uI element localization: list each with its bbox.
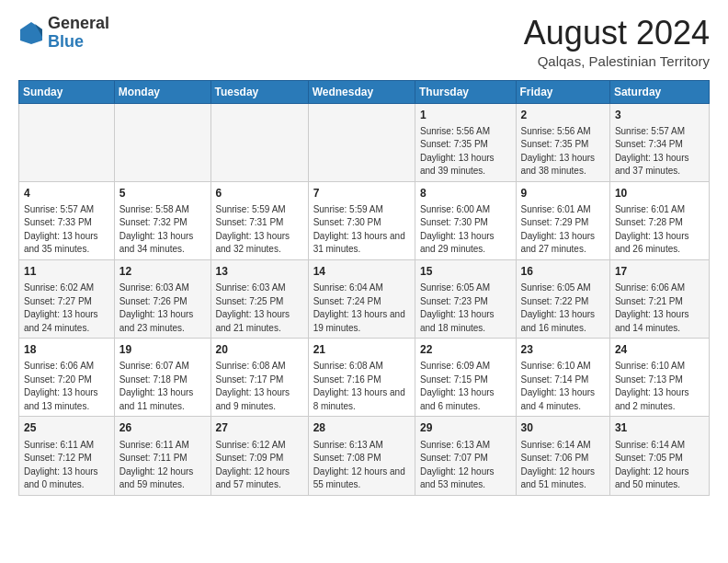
day-info: Sunrise: 5:57 AM Sunset: 7:33 PM Dayligh… xyxy=(24,204,98,255)
calendar-day-cell: 15Sunrise: 6:05 AM Sunset: 7:23 PM Dayli… xyxy=(415,259,516,338)
calendar-day-cell xyxy=(308,103,415,181)
day-number: 15 xyxy=(420,264,511,279)
day-info: Sunrise: 6:11 AM Sunset: 7:11 PM Dayligh… xyxy=(119,440,194,490)
page-header: General Blue August 2024 Qalqas, Palesti… xyxy=(18,15,710,69)
day-info: Sunrise: 6:13 AM Sunset: 7:07 PM Dayligh… xyxy=(420,440,495,490)
weekday-header-saturday: Saturday xyxy=(609,80,709,103)
calendar-day-cell: 14Sunrise: 6:04 AM Sunset: 7:24 PM Dayli… xyxy=(308,259,415,338)
day-info: Sunrise: 5:56 AM Sunset: 7:35 PM Dayligh… xyxy=(420,126,495,177)
calendar-week-row: 18Sunrise: 6:06 AM Sunset: 7:20 PM Dayli… xyxy=(19,339,710,417)
calendar-day-cell: 22Sunrise: 6:09 AM Sunset: 7:15 PM Dayli… xyxy=(415,339,516,417)
calendar-day-cell: 26Sunrise: 6:11 AM Sunset: 7:11 PM Dayli… xyxy=(114,417,210,495)
day-number: 2 xyxy=(521,108,605,122)
location-subtitle: Qalqas, Palestinian Territory xyxy=(524,53,710,69)
day-info: Sunrise: 5:57 AM Sunset: 7:34 PM Dayligh… xyxy=(615,126,689,177)
calendar-day-cell: 29Sunrise: 6:13 AM Sunset: 7:07 PM Dayli… xyxy=(415,417,516,495)
day-number: 22 xyxy=(420,342,511,357)
calendar-day-cell: 25Sunrise: 6:11 AM Sunset: 7:12 PM Dayli… xyxy=(19,417,115,495)
day-number: 13 xyxy=(216,264,303,279)
day-info: Sunrise: 6:10 AM Sunset: 7:14 PM Dayligh… xyxy=(521,361,596,411)
day-info: Sunrise: 5:58 AM Sunset: 7:32 PM Dayligh… xyxy=(119,204,194,255)
calendar-day-cell: 4Sunrise: 5:57 AM Sunset: 7:33 PM Daylig… xyxy=(19,181,115,259)
calendar-week-row: 1Sunrise: 5:56 AM Sunset: 7:35 PM Daylig… xyxy=(19,103,710,181)
calendar-day-cell: 8Sunrise: 6:00 AM Sunset: 7:30 PM Daylig… xyxy=(415,181,516,259)
day-info: Sunrise: 6:05 AM Sunset: 7:22 PM Dayligh… xyxy=(521,282,596,333)
day-number: 31 xyxy=(615,420,704,435)
weekday-header-row: SundayMondayTuesdayWednesdayThursdayFrid… xyxy=(19,80,710,103)
day-number: 20 xyxy=(216,342,303,357)
day-number: 11 xyxy=(24,264,109,279)
day-number: 5 xyxy=(119,186,206,201)
calendar-day-cell: 28Sunrise: 6:13 AM Sunset: 7:08 PM Dayli… xyxy=(308,417,415,495)
day-number: 24 xyxy=(615,342,704,357)
day-number: 14 xyxy=(313,264,410,279)
day-number: 26 xyxy=(119,420,206,435)
logo: General Blue xyxy=(18,15,109,52)
day-number: 28 xyxy=(313,420,410,435)
calendar-day-cell: 11Sunrise: 6:02 AM Sunset: 7:27 PM Dayli… xyxy=(19,259,115,338)
calendar-day-cell: 27Sunrise: 6:12 AM Sunset: 7:09 PM Dayli… xyxy=(210,417,308,495)
day-number: 9 xyxy=(521,186,605,201)
calendar-week-row: 4Sunrise: 5:57 AM Sunset: 7:33 PM Daylig… xyxy=(19,181,710,259)
day-number: 21 xyxy=(313,342,410,357)
day-number: 7 xyxy=(313,186,410,201)
calendar-day-cell: 9Sunrise: 6:01 AM Sunset: 7:29 PM Daylig… xyxy=(516,181,609,259)
day-info: Sunrise: 6:14 AM Sunset: 7:06 PM Dayligh… xyxy=(521,440,596,490)
day-info: Sunrise: 6:00 AM Sunset: 7:30 PM Dayligh… xyxy=(420,204,495,255)
calendar-day-cell: 23Sunrise: 6:10 AM Sunset: 7:14 PM Dayli… xyxy=(516,339,609,417)
calendar-table: SundayMondayTuesdayWednesdayThursdayFrid… xyxy=(18,80,710,496)
calendar-day-cell: 21Sunrise: 6:08 AM Sunset: 7:16 PM Dayli… xyxy=(308,339,415,417)
day-number: 16 xyxy=(521,264,605,279)
day-info: Sunrise: 6:03 AM Sunset: 7:25 PM Dayligh… xyxy=(216,282,290,333)
day-info: Sunrise: 6:01 AM Sunset: 7:29 PM Dayligh… xyxy=(521,204,596,255)
day-info: Sunrise: 6:08 AM Sunset: 7:16 PM Dayligh… xyxy=(313,361,405,411)
day-number: 4 xyxy=(24,186,109,201)
calendar-week-row: 25Sunrise: 6:11 AM Sunset: 7:12 PM Dayli… xyxy=(19,417,710,495)
day-number: 6 xyxy=(216,186,303,201)
svg-marker-0 xyxy=(20,22,42,44)
calendar-day-cell xyxy=(210,103,308,181)
day-number: 25 xyxy=(24,420,109,435)
weekday-header-thursday: Thursday xyxy=(415,80,516,103)
calendar-body: 1Sunrise: 5:56 AM Sunset: 7:35 PM Daylig… xyxy=(19,103,710,495)
calendar-day-cell: 6Sunrise: 5:59 AM Sunset: 7:31 PM Daylig… xyxy=(210,181,308,259)
weekday-header-tuesday: Tuesday xyxy=(210,80,308,103)
logo-icon xyxy=(18,20,44,46)
day-info: Sunrise: 5:56 AM Sunset: 7:35 PM Dayligh… xyxy=(521,126,596,177)
day-number: 12 xyxy=(119,264,206,279)
day-number: 3 xyxy=(615,108,704,122)
day-info: Sunrise: 6:09 AM Sunset: 7:15 PM Dayligh… xyxy=(420,361,495,411)
calendar-day-cell: 20Sunrise: 6:08 AM Sunset: 7:17 PM Dayli… xyxy=(210,339,308,417)
weekday-header-monday: Monday xyxy=(114,80,210,103)
calendar-day-cell: 1Sunrise: 5:56 AM Sunset: 7:35 PM Daylig… xyxy=(415,103,516,181)
day-info: Sunrise: 6:04 AM Sunset: 7:24 PM Dayligh… xyxy=(313,282,405,333)
day-number: 19 xyxy=(119,342,206,357)
calendar-day-cell: 5Sunrise: 5:58 AM Sunset: 7:32 PM Daylig… xyxy=(114,181,210,259)
calendar-day-cell: 16Sunrise: 6:05 AM Sunset: 7:22 PM Dayli… xyxy=(516,259,609,338)
title-block: August 2024 Qalqas, Palestinian Territor… xyxy=(524,15,710,69)
day-info: Sunrise: 6:10 AM Sunset: 7:13 PM Dayligh… xyxy=(615,361,689,411)
month-year-title: August 2024 xyxy=(524,15,710,52)
day-number: 29 xyxy=(420,420,511,435)
calendar-day-cell: 2Sunrise: 5:56 AM Sunset: 7:35 PM Daylig… xyxy=(516,103,609,181)
day-info: Sunrise: 6:13 AM Sunset: 7:08 PM Dayligh… xyxy=(313,440,405,490)
day-info: Sunrise: 5:59 AM Sunset: 7:30 PM Dayligh… xyxy=(313,204,405,255)
logo-general-text: General xyxy=(48,14,109,32)
day-info: Sunrise: 6:05 AM Sunset: 7:23 PM Dayligh… xyxy=(420,282,495,333)
calendar-day-cell: 31Sunrise: 6:14 AM Sunset: 7:05 PM Dayli… xyxy=(609,417,709,495)
day-info: Sunrise: 6:06 AM Sunset: 7:21 PM Dayligh… xyxy=(615,282,689,333)
weekday-header-friday: Friday xyxy=(516,80,609,103)
day-number: 1 xyxy=(420,108,511,122)
calendar-day-cell: 7Sunrise: 5:59 AM Sunset: 7:30 PM Daylig… xyxy=(308,181,415,259)
day-number: 23 xyxy=(521,342,605,357)
day-number: 30 xyxy=(521,420,605,435)
day-info: Sunrise: 6:01 AM Sunset: 7:28 PM Dayligh… xyxy=(615,204,689,255)
calendar-day-cell: 17Sunrise: 6:06 AM Sunset: 7:21 PM Dayli… xyxy=(609,259,709,338)
calendar-day-cell: 12Sunrise: 6:03 AM Sunset: 7:26 PM Dayli… xyxy=(114,259,210,338)
day-info: Sunrise: 6:07 AM Sunset: 7:18 PM Dayligh… xyxy=(119,361,194,411)
day-info: Sunrise: 6:02 AM Sunset: 7:27 PM Dayligh… xyxy=(24,282,98,333)
day-info: Sunrise: 6:11 AM Sunset: 7:12 PM Dayligh… xyxy=(24,440,98,490)
day-info: Sunrise: 5:59 AM Sunset: 7:31 PM Dayligh… xyxy=(216,204,290,255)
calendar-day-cell: 13Sunrise: 6:03 AM Sunset: 7:25 PM Dayli… xyxy=(210,259,308,338)
calendar-header: SundayMondayTuesdayWednesdayThursdayFrid… xyxy=(19,80,710,103)
